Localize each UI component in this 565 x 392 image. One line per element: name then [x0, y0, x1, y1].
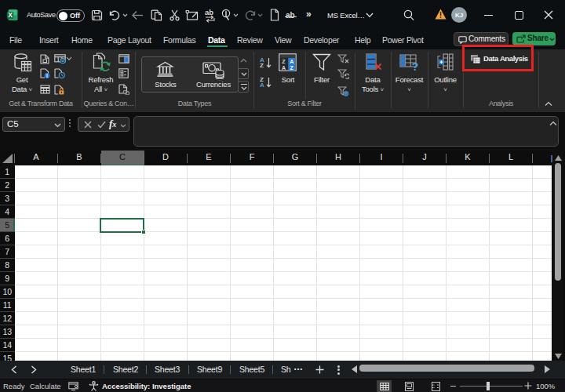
- svg-text:?: ?: [412, 60, 419, 71]
- svg-text:Z: Z: [282, 59, 286, 64]
- svg-text:Z: Z: [290, 65, 294, 71]
- svg-text:i: i: [46, 73, 48, 78]
- svg-text:A: A: [282, 65, 286, 71]
- svg-text:X: X: [8, 11, 13, 19]
- svg-text:A: A: [290, 59, 293, 64]
